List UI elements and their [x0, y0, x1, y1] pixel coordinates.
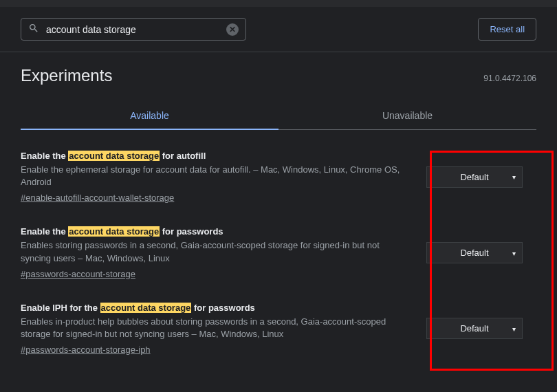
header-row: Experiments 91.0.4472.106 [21, 66, 536, 85]
flag-anchor-link[interactable]: #enable-autofill-account-wallet-storage [21, 193, 174, 203]
flag-control: Default [419, 226, 529, 279]
dropdown-wrap: Default [426, 166, 523, 188]
flag-text: Enable the account data storage for pass… [21, 226, 406, 279]
flag-description: Enables in-product help bubbles about st… [21, 316, 406, 340]
flag-description: Enables storing passwords in a second, G… [21, 239, 406, 264]
flag-dropdown[interactable]: Default [426, 166, 523, 188]
flag-control: Default [419, 303, 529, 355]
flag-row: Enable IPH for the account data storage … [21, 303, 536, 355]
search-icon [28, 23, 39, 36]
content: Experiments 91.0.4472.106 Available Unav… [0, 52, 557, 355]
flag-description: Enable the ephemeral storage for account… [21, 164, 406, 188]
search-row: ✕ Reset all [0, 7, 557, 52]
version-label: 91.0.4472.106 [483, 74, 536, 83]
flag-control: Default [419, 151, 529, 203]
flag-dropdown[interactable]: Default [426, 318, 523, 339]
flag-title: Enable the account data storage for auto… [21, 151, 406, 161]
search-box[interactable]: ✕ [21, 18, 246, 41]
flag-text: Enable IPH for the account data storage … [21, 303, 406, 355]
window-topbar [0, 0, 557, 7]
tab-available[interactable]: Available [21, 102, 278, 129]
flag-title: Enable the account data storage for pass… [21, 226, 406, 237]
tab-unavailable[interactable]: Unavailable [278, 102, 536, 129]
flag-anchor-link[interactable]: #passwords-account-storage-iph [21, 345, 151, 355]
dropdown-wrap: Default [426, 242, 523, 263]
clear-search-icon[interactable]: ✕ [226, 23, 239, 36]
tabs: Available Unavailable [21, 102, 536, 130]
flag-text: Enable the account data storage for auto… [21, 151, 406, 203]
search-input[interactable] [46, 24, 226, 35]
flag-row: Enable the account data storage for pass… [21, 226, 536, 279]
reset-all-button[interactable]: Reset all [478, 18, 536, 41]
dropdown-wrap: Default [426, 318, 523, 339]
page-title: Experiments [21, 66, 112, 85]
flag-anchor-link[interactable]: #passwords-account-storage [21, 269, 135, 279]
flags-list: Enable the account data storage for auto… [21, 151, 536, 355]
flag-title: Enable IPH for the account data storage … [21, 303, 406, 313]
flag-row: Enable the account data storage for auto… [21, 151, 536, 203]
flag-dropdown[interactable]: Default [426, 242, 523, 263]
